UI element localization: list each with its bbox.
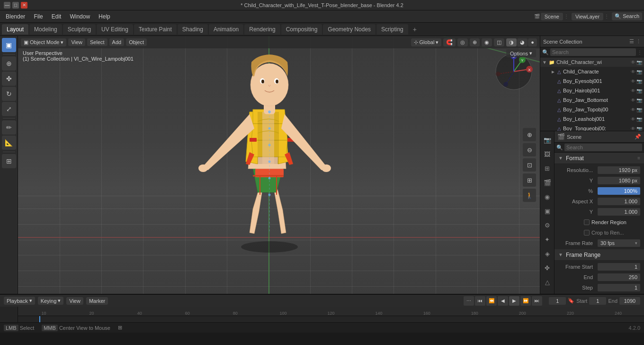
tab-rendering[interactable]: Rendering bbox=[244, 24, 280, 35]
render-icon-7[interactable]: 📷 bbox=[636, 126, 642, 131]
tab-modeling[interactable]: Modeling bbox=[29, 24, 62, 35]
prop-icon-physics[interactable]: ◈ bbox=[541, 247, 554, 260]
tab-shading[interactable]: Shading bbox=[178, 24, 208, 35]
menu-blender[interactable]: Blender bbox=[2, 12, 29, 21]
search-global-btn[interactable]: 🔍 View Search bbox=[612, 12, 642, 20]
outliner-item-2[interactable]: △ Boy_Hairobj001 👁 📷 bbox=[540, 86, 644, 95]
frame-start-value[interactable]: 1 bbox=[598, 263, 640, 271]
prev-keyframe-btn[interactable]: ⏪ bbox=[486, 296, 497, 306]
prop-icon-output[interactable]: 🖼 bbox=[541, 147, 554, 161]
outliner-search-input[interactable] bbox=[550, 48, 636, 56]
timeline-view-menu[interactable]: View bbox=[66, 297, 83, 305]
scene-selector[interactable]: Scene bbox=[541, 13, 563, 20]
tab-compositing[interactable]: Compositing bbox=[281, 24, 322, 35]
outliner-item-0[interactable]: ► △ Child_Characte 👁 📷 bbox=[540, 67, 644, 76]
menu-help[interactable]: Help bbox=[95, 12, 114, 21]
timeline-content-area[interactable]: 10 20 40 60 80 100 120 140 160 180 200 2… bbox=[18, 307, 644, 322]
xray-toggle[interactable]: ◫ bbox=[494, 38, 504, 46]
end-frame-input[interactable] bbox=[619, 297, 640, 305]
render-icon-0[interactable]: 📷 bbox=[636, 60, 642, 65]
add-workspace-btn[interactable]: + bbox=[409, 24, 420, 35]
to-end-btn[interactable]: ⏭ bbox=[532, 296, 542, 306]
render-icon-1[interactable]: 📷 bbox=[636, 69, 642, 74]
render-region-check[interactable] bbox=[584, 219, 590, 225]
zoom-out-btn[interactable]: ⊖ bbox=[523, 143, 536, 156]
win-btn-maximize[interactable]: □ bbox=[12, 2, 19, 9]
mode-dropdown[interactable]: ▣ Object Mode ▾ bbox=[21, 38, 66, 46]
outliner-item-3[interactable]: △ Boy_Jaw_Bottomot 👁 📷 bbox=[540, 95, 644, 105]
to-start-btn[interactable]: ⏮ bbox=[475, 296, 485, 306]
frame-end-value[interactable]: 250 bbox=[598, 273, 640, 281]
next-keyframe-btn[interactable]: ⏩ bbox=[520, 296, 531, 306]
prop-icon-scene[interactable]: 🎬 bbox=[541, 176, 554, 189]
current-frame-input[interactable] bbox=[549, 297, 566, 305]
win-btn-minimize[interactable]: — bbox=[4, 2, 10, 9]
shading-material[interactable]: ◕ bbox=[517, 38, 528, 46]
view-layer-selector[interactable]: ViewLayer bbox=[572, 13, 603, 20]
tool-select[interactable]: ▣ bbox=[2, 38, 16, 52]
tool-rotate[interactable]: ↻ bbox=[2, 87, 16, 101]
tab-layout[interactable]: Layout bbox=[2, 24, 28, 35]
format-options[interactable]: ≡ bbox=[637, 155, 640, 161]
props-pin-btn[interactable]: 📌 bbox=[635, 134, 641, 140]
options-btn[interactable]: Options ▾ bbox=[506, 49, 536, 57]
tool-annotate[interactable]: ✏ bbox=[2, 120, 16, 135]
outliner-options-btn[interactable]: ⋮ bbox=[636, 38, 641, 45]
frame-range-section-header[interactable]: ▼ Frame Range bbox=[555, 249, 644, 261]
outliner-item-root[interactable]: ▼ 📁 Child_Character_wi 👁 📷 bbox=[540, 57, 644, 67]
win-btn-close[interactable]: ✕ bbox=[21, 2, 27, 9]
tool-scale[interactable]: ⤢ bbox=[2, 102, 16, 116]
object-menu[interactable]: Object bbox=[126, 38, 147, 46]
filter-icon[interactable]: ⋮ bbox=[637, 50, 642, 55]
outliner-item-4[interactable]: △ Boy_Jaw_Topobj00 👁 📷 bbox=[540, 105, 644, 114]
render-icon-6[interactable]: 📷 bbox=[636, 117, 642, 122]
resolution-x-value[interactable]: 1920 px bbox=[598, 166, 640, 174]
prop-icon-data[interactable]: △ bbox=[541, 275, 554, 289]
tab-sculpting[interactable]: Sculpting bbox=[63, 24, 96, 35]
viewport-gizmos[interactable]: ⊕ bbox=[470, 38, 480, 46]
zoom-in-btn[interactable]: ⊕ bbox=[523, 128, 536, 141]
visibility-icon-5[interactable]: 👁 bbox=[631, 107, 635, 112]
marker-menu[interactable]: Marker bbox=[86, 297, 108, 305]
zoom-extend-btn[interactable]: ⊡ bbox=[523, 158, 536, 172]
proportional-editing[interactable]: ◎ bbox=[457, 38, 468, 46]
crop-check[interactable] bbox=[584, 230, 590, 236]
prop-icon-world[interactable]: ◉ bbox=[541, 190, 554, 203]
format-section-header[interactable]: ▼ Format ≡ bbox=[555, 153, 644, 164]
walk-navigate-btn[interactable]: 🚶 bbox=[523, 189, 536, 202]
outliner-item-1[interactable]: △ Boy_Eyesobj001 👁 📷 bbox=[540, 76, 644, 86]
timeline-track-area[interactable] bbox=[18, 316, 644, 322]
menu-window[interactable]: Window bbox=[66, 12, 94, 21]
prop-icon-view-layer[interactable]: ⊞ bbox=[541, 162, 554, 175]
resolution-pct-value[interactable]: 100% bbox=[598, 187, 640, 195]
menu-edit[interactable]: Edit bbox=[48, 12, 65, 21]
playback-menu[interactable]: Playback▾ bbox=[4, 297, 35, 305]
step-value[interactable]: 1 bbox=[598, 284, 640, 291]
outliner-item-6[interactable]: △ Boy_Tongueobj00: 👁 📷 bbox=[540, 124, 644, 131]
prop-icon-modifiers[interactable]: ⚙ bbox=[541, 218, 554, 232]
resolution-y-value[interactable]: 1080 px bbox=[598, 177, 640, 184]
visibility-icon-1[interactable]: 👁 bbox=[631, 69, 635, 74]
visibility-icon-2[interactable]: 👁 bbox=[631, 79, 635, 84]
aspect-x-value[interactable]: 1.000 bbox=[598, 198, 640, 205]
prop-icon-constraints[interactable]: ✤ bbox=[541, 261, 554, 274]
crop-checkbox[interactable]: Crop to Ren... bbox=[584, 230, 624, 236]
aspect-y-value[interactable]: 1.000 bbox=[598, 208, 640, 216]
tab-animation[interactable]: Animation bbox=[209, 24, 243, 35]
outliner-filter-btn[interactable]: ☰ bbox=[629, 38, 634, 45]
render-icon-4[interactable]: 📷 bbox=[636, 98, 642, 103]
frame-rate-dropdown[interactable]: 30 fps ▾ bbox=[598, 239, 640, 247]
props-search-input[interactable] bbox=[564, 144, 642, 151]
render-icon-3[interactable]: 📷 bbox=[636, 88, 642, 93]
shading-solid[interactable]: ◑ bbox=[506, 38, 517, 46]
add-menu[interactable]: Add bbox=[109, 38, 125, 46]
render-icon-5[interactable]: 📷 bbox=[636, 107, 642, 112]
visibility-icon-6[interactable]: 👁 bbox=[631, 117, 635, 122]
visibility-icon-4[interactable]: 👁 bbox=[631, 98, 635, 103]
select-menu[interactable]: Select bbox=[87, 38, 107, 46]
prop-icon-particles[interactable]: ✦ bbox=[541, 233, 554, 246]
prop-icon-render[interactable]: 📷 bbox=[541, 133, 554, 146]
transform-orientation[interactable]: ⊹ Global ▾ bbox=[411, 38, 442, 46]
render-region-checkbox[interactable]: Render Region bbox=[584, 219, 626, 225]
tool-add[interactable]: ⊞ bbox=[2, 154, 16, 168]
